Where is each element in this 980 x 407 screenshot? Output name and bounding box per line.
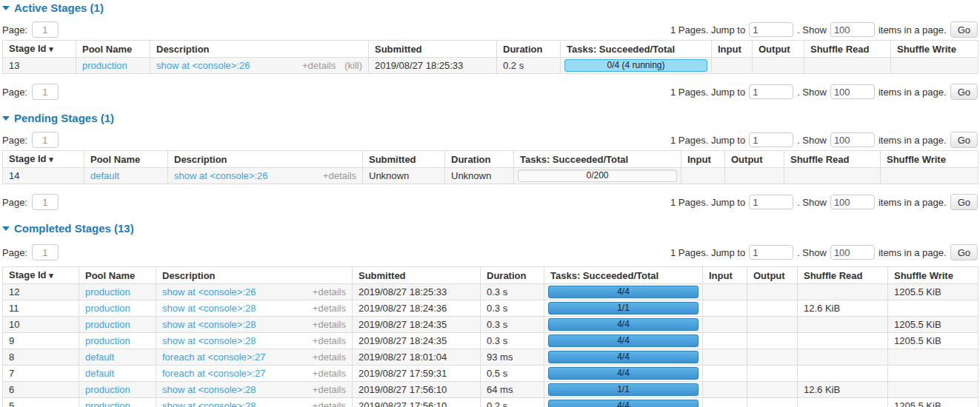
- duration-cell: 0.3 s: [481, 284, 544, 300]
- sort-descending-icon: ▾: [49, 271, 53, 280]
- column-header-shuffle-read[interactable]: Shuffle Read: [798, 267, 888, 284]
- page-number-input[interactable]: [32, 21, 59, 38]
- column-header-duration[interactable]: Duration: [445, 151, 514, 168]
- details-toggle[interactable]: +details: [313, 368, 346, 379]
- jump-to-page-input[interactable]: [749, 22, 793, 37]
- items-per-page-input[interactable]: [830, 245, 875, 260]
- pool-name-link[interactable]: production: [85, 335, 130, 346]
- stage-id-cell: 9: [3, 333, 79, 349]
- duration-cell: 0.2 s: [497, 58, 561, 74]
- pagination-row: Page: 1 Pages. Jump to . Show items in a…: [2, 21, 978, 38]
- stage-description-link[interactable]: show at <console>:28: [162, 335, 256, 346]
- kill-link[interactable]: (kill): [344, 60, 362, 71]
- jump-to-page-input[interactable]: [749, 84, 793, 99]
- column-header-description[interactable]: Description: [150, 41, 369, 58]
- column-header-description[interactable]: Description: [156, 267, 353, 284]
- column-header-shuffle-write[interactable]: Shuffle Write: [891, 41, 979, 58]
- stage-description-link[interactable]: show at <console>:28: [162, 319, 256, 330]
- details-toggle[interactable]: +details: [313, 384, 346, 395]
- stage-description-link[interactable]: show at <console>:28: [162, 303, 256, 314]
- section-title-text: Active Stages (1): [14, 1, 104, 14]
- column-header-input[interactable]: Input: [681, 151, 725, 168]
- tasks-progress-bar: 4/4: [548, 318, 699, 331]
- stage-description-link[interactable]: show at <console>:26: [174, 170, 267, 181]
- details-toggle[interactable]: +details: [313, 303, 346, 314]
- column-header-shuffle-read[interactable]: Shuffle Read: [784, 151, 881, 168]
- pool-name-cell: production: [79, 284, 156, 300]
- details-toggle[interactable]: +details: [313, 319, 346, 330]
- stage-description-link[interactable]: show at <console>:28: [162, 384, 256, 395]
- jump-to-page-input[interactable]: [749, 245, 793, 260]
- go-button[interactable]: Go: [950, 21, 978, 38]
- pool-name-link[interactable]: production: [85, 286, 130, 297]
- items-per-page-input[interactable]: [830, 84, 875, 99]
- stage-id-cell: 8: [3, 349, 79, 366]
- stage-description-link[interactable]: foreach at <console>:27: [162, 352, 266, 363]
- column-header-input[interactable]: Input: [703, 267, 747, 284]
- jump-to-page-input[interactable]: [749, 132, 793, 147]
- column-header-submitted[interactable]: Submitted: [363, 151, 445, 168]
- items-per-page-input[interactable]: [830, 22, 875, 37]
- column-header-description[interactable]: Description: [168, 151, 363, 168]
- go-button[interactable]: Go: [950, 194, 978, 210]
- column-header-submitted[interactable]: Submitted: [353, 267, 481, 284]
- column-header-submitted[interactable]: Submitted: [369, 41, 497, 58]
- items-per-page-input[interactable]: [830, 132, 875, 147]
- column-header-output[interactable]: Output: [725, 151, 784, 168]
- sort-descending-icon: ▾: [49, 155, 53, 164]
- column-header-pool-name[interactable]: Pool Name: [76, 41, 150, 58]
- pool-name-link[interactable]: production: [85, 303, 130, 314]
- page-number-input[interactable]: [32, 132, 59, 148]
- column-header-shuffle-write[interactable]: Shuffle Write: [888, 267, 979, 284]
- column-header-tasks[interactable]: Tasks: Succeeded/Total: [561, 41, 712, 58]
- stage-description-link[interactable]: show at <console>:26: [162, 286, 256, 297]
- section-header-pending-stages[interactable]: Pending Stages (1): [2, 112, 978, 124]
- column-header-duration[interactable]: Duration: [497, 41, 561, 58]
- details-toggle[interactable]: +details: [323, 170, 356, 181]
- pages-count-label: 1 Pages. Jump to: [670, 24, 745, 36]
- column-header-tasks[interactable]: Tasks: Succeeded/Total: [514, 151, 681, 168]
- column-header-shuffle-write[interactable]: Shuffle Write: [881, 151, 979, 168]
- pool-name-link[interactable]: default: [85, 368, 114, 379]
- column-header-stage-id[interactable]: Stage Id ▾: [3, 267, 79, 284]
- jump-to-page-input[interactable]: [749, 195, 793, 209]
- page-number-input[interactable]: [32, 84, 59, 100]
- section-header-completed-stages[interactable]: Completed Stages (13): [2, 222, 978, 235]
- column-header-stage-id[interactable]: Stage Id ▾: [3, 41, 76, 58]
- details-toggle[interactable]: +details: [313, 335, 346, 346]
- pool-name-link[interactable]: production: [85, 384, 130, 395]
- tasks-cell: 1/1: [544, 382, 703, 398]
- go-button[interactable]: Go: [950, 132, 978, 148]
- pool-name-link[interactable]: production: [82, 60, 127, 71]
- go-button[interactable]: Go: [950, 84, 978, 100]
- column-header-output[interactable]: Output: [753, 41, 804, 58]
- pool-name-link[interactable]: production: [85, 400, 130, 407]
- stage-description-link[interactable]: show at <console>:28: [162, 400, 256, 407]
- column-header-duration[interactable]: Duration: [481, 267, 544, 284]
- input-cell: [703, 317, 747, 333]
- items-per-page-input[interactable]: [830, 195, 875, 209]
- go-button[interactable]: Go: [950, 244, 978, 260]
- pool-name-link[interactable]: default: [90, 170, 119, 181]
- column-header-stage-id[interactable]: Stage Id ▾: [3, 151, 84, 168]
- description-cell: foreach at <console>:27+details: [156, 349, 353, 366]
- details-toggle[interactable]: +details: [313, 286, 346, 297]
- stage-description-link[interactable]: show at <console>:26: [156, 60, 250, 71]
- column-header-tasks[interactable]: Tasks: Succeeded/Total: [544, 267, 703, 284]
- stage-description-link[interactable]: foreach at <console>:27: [162, 368, 266, 379]
- page-number-input[interactable]: [32, 194, 59, 210]
- page-number-input[interactable]: [32, 244, 59, 260]
- pool-name-link[interactable]: production: [85, 319, 130, 330]
- tasks-progress-bar: 4/4: [548, 351, 699, 363]
- details-toggle[interactable]: +details: [313, 400, 346, 407]
- column-header-shuffle-read[interactable]: Shuffle Read: [804, 41, 891, 58]
- pool-name-link[interactable]: default: [85, 352, 114, 363]
- details-toggle[interactable]: +details: [313, 352, 346, 363]
- section-header-active-stages[interactable]: Active Stages (1): [2, 1, 978, 14]
- column-header-output[interactable]: Output: [747, 267, 798, 284]
- column-header-pool-name[interactable]: Pool Name: [84, 151, 168, 168]
- shuffle-write-cell: 1205.5 KiB: [888, 284, 979, 300]
- column-header-input[interactable]: Input: [712, 41, 753, 58]
- column-header-pool-name[interactable]: Pool Name: [79, 267, 156, 284]
- details-toggle[interactable]: +details: [302, 60, 336, 71]
